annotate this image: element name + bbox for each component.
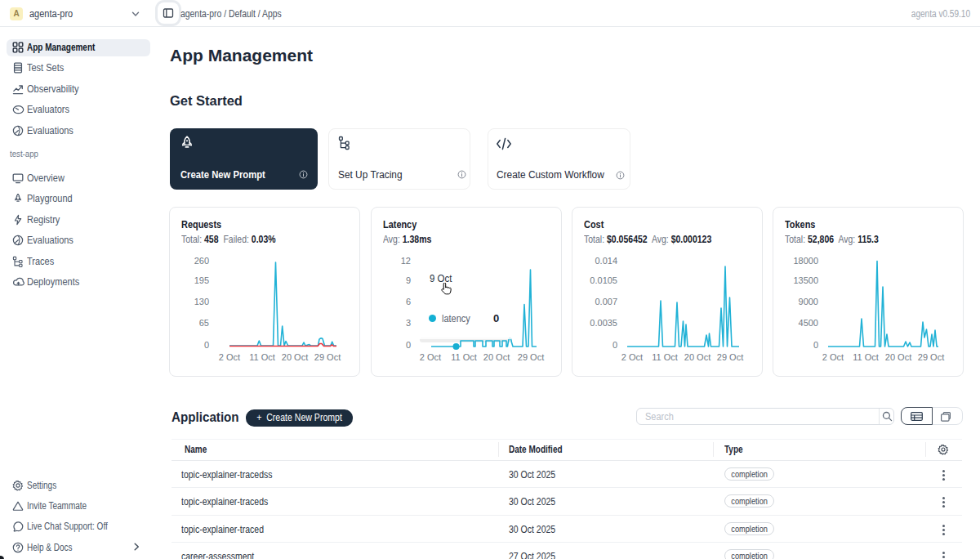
- svg-text:11 Oct: 11 Oct: [652, 352, 678, 362]
- svg-text:2 Oct: 2 Oct: [420, 352, 441, 362]
- svg-text:13500: 13500: [793, 275, 818, 285]
- svg-text:20 Oct: 20 Oct: [885, 352, 911, 362]
- svg-text:2 Oct: 2 Oct: [621, 352, 643, 362]
- svg-text:4500: 4500: [799, 318, 818, 328]
- svg-text:20 Oct: 20 Oct: [483, 352, 510, 362]
- svg-text:6: 6: [406, 297, 411, 306]
- svg-text:11 Oct: 11 Oct: [451, 352, 477, 362]
- svg-text:29 Oct: 29 Oct: [518, 352, 544, 362]
- svg-text:29 Oct: 29 Oct: [918, 352, 944, 362]
- svg-text:0: 0: [406, 340, 411, 350]
- svg-text:195: 195: [194, 275, 209, 285]
- svg-text:0.0105: 0.0105: [590, 275, 617, 285]
- svg-text:2 Oct: 2 Oct: [219, 352, 240, 362]
- svg-text:2 Oct: 2 Oct: [822, 352, 844, 362]
- svg-text:0: 0: [612, 340, 617, 350]
- svg-text:9000: 9000: [799, 297, 818, 306]
- svg-text:0: 0: [813, 340, 818, 350]
- svg-text:18000: 18000: [793, 256, 818, 266]
- svg-text:130: 130: [194, 297, 209, 306]
- svg-text:20 Oct: 20 Oct: [684, 352, 710, 362]
- svg-text:65: 65: [199, 318, 209, 328]
- svg-text:11 Oct: 11 Oct: [853, 352, 879, 362]
- svg-text:12: 12: [401, 256, 411, 266]
- svg-text:0: 0: [204, 340, 209, 350]
- svg-text:20 Oct: 20 Oct: [282, 352, 308, 362]
- svg-text:3: 3: [406, 318, 411, 328]
- svg-text:29 Oct: 29 Oct: [717, 352, 743, 362]
- svg-text:29 Oct: 29 Oct: [314, 352, 341, 362]
- svg-text:0.007: 0.007: [595, 297, 617, 306]
- svg-text:0.014: 0.014: [595, 256, 617, 266]
- svg-text:9: 9: [406, 275, 411, 285]
- svg-text:0.0035: 0.0035: [590, 318, 617, 328]
- svg-text:260: 260: [194, 256, 209, 266]
- svg-text:11 Oct: 11 Oct: [249, 352, 275, 362]
